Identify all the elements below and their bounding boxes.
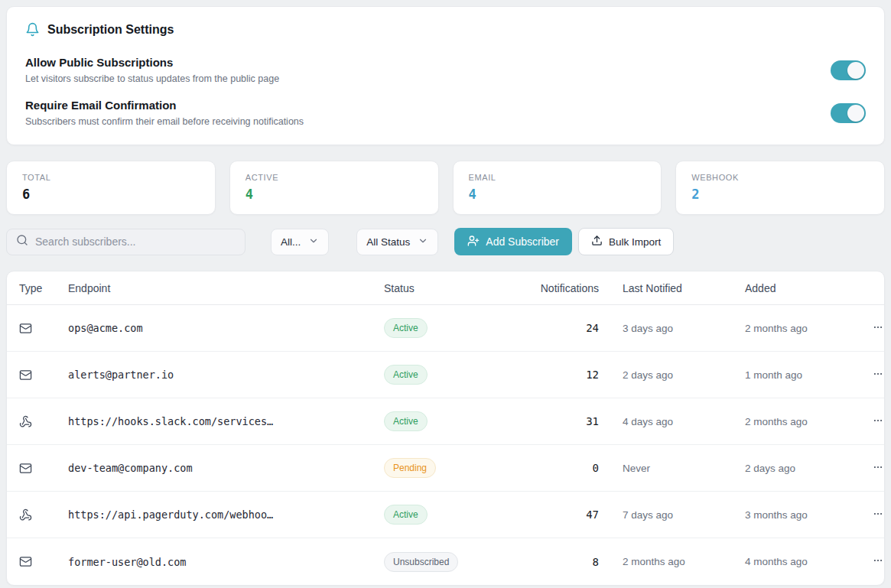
stat-label: EMAIL <box>469 173 646 182</box>
subscription-settings-card: Subscription Settings Allow Public Subsc… <box>6 6 885 145</box>
status-cell: Unsubscribed <box>384 552 533 572</box>
setting-text: Allow Public Subscriptions Let visitors … <box>25 55 279 85</box>
actions-cell <box>867 551 885 573</box>
stat-card-email: EMAIL 4 <box>453 161 662 215</box>
row-actions-button[interactable] <box>867 411 885 433</box>
actions-cell <box>867 317 885 339</box>
email-icon <box>19 555 68 568</box>
status-cell: Pending <box>384 458 533 478</box>
stat-value: 2 <box>691 187 869 202</box>
column-header-type: Type <box>19 282 68 294</box>
table-row: alerts@partner.ioActive122 days ago1 mon… <box>7 352 884 398</box>
email-icon <box>19 462 68 475</box>
allow-public-subscriptions-toggle[interactable] <box>831 60 866 80</box>
table-row: https://api.pagerduty.com/webhoo…Active4… <box>7 492 884 538</box>
upload-icon <box>591 235 603 249</box>
table-header-row: Type Endpoint Status Notifications Last … <box>7 271 884 305</box>
stat-card-total: TOTAL 6 <box>6 161 216 215</box>
setting-row-public-subscriptions: Allow Public Subscriptions Let visitors … <box>25 55 866 85</box>
endpoint-cell: former-user@old.com <box>68 556 384 568</box>
status-badge: Active <box>384 505 428 525</box>
ellipsis-icon <box>870 415 885 428</box>
endpoint-cell: https://api.pagerduty.com/webhoo… <box>68 508 384 521</box>
table-body: ops@acme.comActive243 days ago2 months a… <box>7 305 884 585</box>
webhook-icon <box>19 508 68 521</box>
notifications-cell: 47 <box>533 508 599 521</box>
add-subscriber-button[interactable]: Add Subscriber <box>454 228 572 255</box>
column-header-last-notified: Last Notified <box>599 282 745 294</box>
row-actions-button[interactable] <box>867 364 885 386</box>
status-badge: Active <box>384 365 428 385</box>
type-filter-dropdown[interactable]: All... <box>271 229 329 255</box>
actions-cell <box>867 411 885 433</box>
last-notified-cell: 2 days ago <box>599 369 745 381</box>
setting-row-email-confirmation: Require Email Confirmation Subscribers m… <box>25 98 866 128</box>
toggle-knob <box>847 105 864 122</box>
settings-card-header: Subscription Settings <box>25 22 866 37</box>
added-cell: 1 month ago <box>745 369 867 381</box>
setting-description: Subscribers must confirm their email bef… <box>25 115 304 128</box>
stat-card-webhook: WEBHOOK 2 <box>675 161 885 215</box>
add-subscriber-label: Add Subscriber <box>486 236 559 248</box>
stats-row: TOTAL 6 ACTIVE 4 EMAIL 4 WEBHOOK 2 <box>6 161 885 215</box>
chevron-down-icon <box>418 236 428 249</box>
status-cell: Active <box>384 365 533 385</box>
actions-cell <box>867 364 885 386</box>
toolbar: All... All Status Add Subscriber Bulk Im… <box>6 228 885 255</box>
notifications-cell: 31 <box>533 415 599 427</box>
added-cell: 2 months ago <box>745 323 867 334</box>
stat-value: 4 <box>246 187 423 202</box>
actions-cell <box>867 504 885 526</box>
toggle-knob <box>847 62 864 79</box>
table-row: dev-team@company.comPending0Never2 days … <box>7 445 884 492</box>
stat-value: 4 <box>469 187 646 202</box>
stat-label: ACTIVE <box>246 173 423 182</box>
endpoint-cell: https://hooks.slack.com/services… <box>68 415 384 427</box>
stat-label: WEBHOOK <box>691 173 869 182</box>
subscribers-table: Type Endpoint Status Notifications Last … <box>6 271 885 586</box>
status-filter-value: All Status <box>366 236 410 248</box>
endpoint-cell: alerts@partner.io <box>68 369 384 381</box>
table-row: https://hooks.slack.com/services…Active3… <box>7 398 884 445</box>
stat-label: TOTAL <box>22 173 200 182</box>
type-filter-value: All... <box>281 236 301 248</box>
notifications-cell: 8 <box>533 556 599 568</box>
notifications-cell: 24 <box>533 322 599 334</box>
setting-title: Require Email Confirmation <box>25 98 304 112</box>
status-badge: Active <box>384 318 428 338</box>
row-actions-button[interactable] <box>867 504 885 526</box>
ellipsis-icon <box>870 462 885 475</box>
email-icon <box>19 369 68 382</box>
stat-value: 6 <box>22 187 200 202</box>
added-cell: 2 days ago <box>745 463 867 474</box>
email-icon <box>19 322 68 335</box>
last-notified-cell: 2 months ago <box>599 556 745 567</box>
require-email-confirmation-toggle[interactable] <box>831 103 866 123</box>
row-actions-button[interactable] <box>867 551 885 573</box>
search-icon <box>16 234 28 249</box>
bulk-import-button[interactable]: Bulk Import <box>578 228 674 255</box>
endpoint-cell: ops@acme.com <box>68 322 384 334</box>
search-input[interactable] <box>35 236 236 248</box>
setting-text: Require Email Confirmation Subscribers m… <box>25 98 304 128</box>
status-filter-dropdown[interactable]: All Status <box>356 229 438 255</box>
row-actions-button[interactable] <box>867 457 885 479</box>
status-badge: Active <box>384 411 428 431</box>
stat-card-active: ACTIVE 4 <box>229 161 439 215</box>
setting-title: Allow Public Subscriptions <box>25 55 279 70</box>
setting-description: Let visitors subscribe to status updates… <box>25 73 279 85</box>
bell-icon <box>25 22 40 37</box>
settings-card-title: Subscription Settings <box>47 23 174 37</box>
added-cell: 2 months ago <box>745 416 867 427</box>
status-badge: Pending <box>384 458 436 478</box>
endpoint-cell: dev-team@company.com <box>68 462 384 474</box>
notifications-cell: 12 <box>533 369 599 381</box>
ellipsis-icon <box>870 508 885 521</box>
column-header-notifications: Notifications <box>533 282 599 294</box>
status-cell: Active <box>384 505 533 525</box>
column-header-added: Added <box>745 282 867 294</box>
row-actions-button[interactable] <box>867 317 885 339</box>
ellipsis-icon <box>870 369 885 382</box>
added-cell: 4 months ago <box>745 556 867 567</box>
last-notified-cell: 3 days ago <box>599 323 745 334</box>
